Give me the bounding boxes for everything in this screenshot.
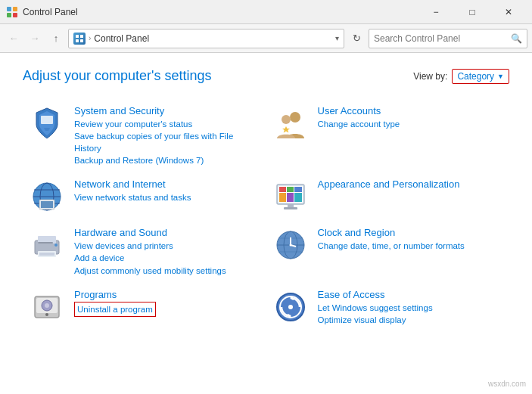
category-network: Network and Internet View network status… <box>23 174 266 219</box>
svg-rect-1 <box>13 7 17 11</box>
hardware-link-1[interactable]: View devices and printers <box>74 240 260 252</box>
appearance-link[interactable]: Appearance and Personalization <box>318 178 504 190</box>
hardware-link-2[interactable]: Add a device <box>74 252 260 264</box>
ease-icon <box>272 289 309 325</box>
svg-rect-6 <box>76 39 79 42</box>
hardware-link[interactable]: Hardware and Sound <box>74 227 260 238</box>
svg-point-9 <box>290 112 300 123</box>
back-button[interactable]: ← <box>5 29 23 48</box>
svg-rect-25 <box>287 193 294 202</box>
system-text: System and Security Review your computer… <box>74 105 260 166</box>
system-icon <box>29 105 65 141</box>
view-by-value: Category <box>457 71 494 82</box>
ease-link-1[interactable]: Let Windows suggest settings <box>318 302 504 314</box>
view-by-dropdown[interactable]: Category ▼ <box>452 69 509 84</box>
clock-link-1[interactable]: Change date, time, or number formats <box>318 240 504 252</box>
svg-rect-34 <box>38 242 53 244</box>
search-input[interactable] <box>374 33 508 44</box>
hardware-text: Hardware and Sound View devices and prin… <box>74 227 260 276</box>
view-by-control: View by: Category ▼ <box>413 69 509 84</box>
clock-link[interactable]: Clock and Region <box>318 227 504 238</box>
system-link-3[interactable]: Backup and Restore (Windows 7) <box>74 154 260 166</box>
svg-rect-28 <box>284 207 297 209</box>
category-appearance: Appearance and Personalization <box>266 174 510 219</box>
category-clock: Clock and Region Change date, time, or n… <box>266 222 510 281</box>
address-bar: ← → ↑ › Control Panel ▾ ↻ 🔍 <box>0 24 532 53</box>
breadcrumb-dropdown-arrow[interactable]: ▾ <box>335 34 339 42</box>
window-controls: − □ ✕ <box>418 0 526 24</box>
users-icon <box>272 105 309 141</box>
programs-link[interactable]: Programs <box>74 289 260 300</box>
svg-point-33 <box>54 244 58 247</box>
main-content: Adjust your computer's settings View by:… <box>0 53 532 394</box>
users-link-1[interactable]: Change account type <box>318 118 504 130</box>
category-hardware: Hardware and Sound View devices and prin… <box>23 222 266 281</box>
dropdown-arrow-icon: ▼ <box>497 73 504 80</box>
svg-rect-8 <box>41 116 53 124</box>
svg-point-47 <box>45 303 49 308</box>
svg-rect-32 <box>39 253 54 256</box>
minimize-button[interactable]: − <box>418 0 453 24</box>
breadcrumb-separator: › <box>89 34 91 42</box>
svg-point-50 <box>288 305 293 309</box>
search-box: 🔍 <box>369 29 527 48</box>
clock-text: Clock and Region Change date, time, or n… <box>318 227 504 252</box>
title-bar: Control Panel − □ ✕ <box>0 0 532 24</box>
watermark: wsxdn.com <box>488 380 526 388</box>
system-link-2[interactable]: Save backup copies of your files with Fi… <box>74 130 260 154</box>
programs-icon <box>29 289 65 325</box>
svg-rect-4 <box>76 35 79 38</box>
hardware-icon <box>29 227 65 263</box>
system-link-1[interactable]: Review your computer's status <box>74 118 260 130</box>
breadcrumb-bar: › Control Panel ▾ <box>68 29 344 48</box>
appearance-text: Appearance and Personalization <box>318 178 504 191</box>
window-title: Control Panel <box>23 7 418 17</box>
svg-marker-11 <box>282 126 290 133</box>
svg-rect-7 <box>80 39 83 42</box>
clock-icon <box>272 227 309 263</box>
breadcrumb-text: Control Panel <box>94 33 332 44</box>
categories-grid: System and Security Review your computer… <box>23 101 509 330</box>
page-title: Adjust your computer's settings <box>23 68 212 84</box>
svg-point-45 <box>45 313 48 316</box>
category-ease: Ease of Access Let Windows suggest setti… <box>266 284 510 330</box>
page-header: Adjust your computer's settings View by:… <box>23 68 509 84</box>
users-text: User Accounts Change account type <box>318 105 504 130</box>
up-button[interactable]: ↑ <box>47 29 65 48</box>
network-link-1[interactable]: View network status and tasks <box>74 191 260 203</box>
svg-rect-18 <box>41 201 53 208</box>
breadcrumb-icon <box>73 33 86 45</box>
view-by-label: View by: <box>413 71 447 82</box>
category-programs: Programs Uninstall a program <box>23 284 266 330</box>
network-icon <box>29 178 65 215</box>
svg-rect-2 <box>7 13 11 17</box>
restore-button[interactable]: □ <box>455 0 490 24</box>
programs-link-1[interactable]: Uninstall a program <box>74 302 156 317</box>
ease-link[interactable]: Ease of Access <box>318 289 504 300</box>
network-link[interactable]: Network and Internet <box>74 178 260 190</box>
network-text: Network and Internet View network status… <box>74 178 260 203</box>
svg-rect-24 <box>279 193 286 202</box>
svg-rect-5 <box>80 35 83 38</box>
category-users: User Accounts Change account type <box>266 101 510 171</box>
hardware-link-3[interactable]: Adjust commonly used mobility settings <box>74 265 260 277</box>
svg-point-10 <box>282 115 291 124</box>
svg-rect-0 <box>7 7 11 11</box>
appearance-icon <box>272 178 309 215</box>
svg-rect-21 <box>279 187 286 192</box>
svg-rect-3 <box>13 13 17 17</box>
users-link[interactable]: User Accounts <box>318 105 504 116</box>
app-icon <box>6 6 18 18</box>
close-button[interactable]: ✕ <box>491 0 526 24</box>
svg-rect-22 <box>287 187 294 192</box>
ease-link-2[interactable]: Optimize visual display <box>318 314 504 326</box>
svg-rect-26 <box>294 193 302 202</box>
ease-text: Ease of Access Let Windows suggest setti… <box>318 289 504 326</box>
forward-button[interactable]: → <box>26 29 44 48</box>
system-link[interactable]: System and Security <box>74 105 260 116</box>
search-icon: 🔍 <box>511 33 522 44</box>
svg-rect-23 <box>294 187 302 192</box>
programs-text: Programs Uninstall a program <box>74 289 260 317</box>
refresh-button[interactable]: ↻ <box>347 29 366 48</box>
category-system: System and Security Review your computer… <box>23 101 266 171</box>
